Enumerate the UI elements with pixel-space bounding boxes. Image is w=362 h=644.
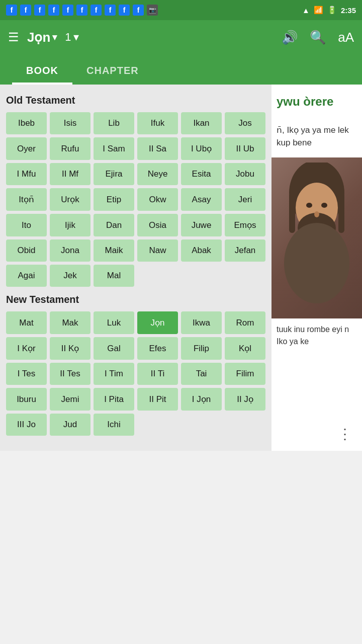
book-btn-etip[interactable]: Etip — [94, 188, 134, 211]
chapter-number: 1 — [65, 31, 71, 44]
new-testament-title: New Testament — [6, 294, 265, 305]
book-btn-agai[interactable]: Agai — [6, 265, 47, 287]
book-btn-ikor[interactable]: I Kọr — [6, 337, 47, 360]
bible-paragraph-1: n̄, Ikọ ya ya me lek kup bene — [277, 125, 349, 148]
book-btn-ijon[interactable]: I Jọn — [181, 388, 222, 411]
volume-icon[interactable]: 🔊 — [282, 30, 298, 45]
book-btn-naw[interactable]: Naw — [137, 239, 178, 262]
book-btn-ikan[interactable]: Ikan — [181, 112, 222, 134]
menu-icon[interactable]: ☰ — [8, 30, 19, 44]
book-btn-rufu[interactable]: Rufu — [50, 137, 90, 160]
book-btn-asay[interactable]: Asay — [181, 188, 222, 211]
wifi-icon: ▲ — [302, 6, 310, 15]
book-btn-filip[interactable]: Filip — [181, 337, 222, 360]
signal-icon: 📶 — [314, 6, 323, 15]
book-btn-lib[interactable]: Lib — [94, 112, 134, 134]
book-btn-ifuk[interactable]: Ifuk — [137, 112, 178, 134]
book-title: Jọn — [27, 30, 50, 45]
facebook-icon-5: f — [62, 5, 73, 16]
book-btn-emos[interactable]: Emọs — [225, 214, 265, 236]
facebook-icon-3: f — [34, 5, 45, 16]
svg-rect-9 — [338, 193, 344, 233]
book-btn-jek[interactable]: Jek — [50, 265, 90, 287]
clock: 2:35 — [341, 6, 356, 15]
book-btn-gal[interactable]: Gal — [94, 337, 134, 360]
more-options-icon: ⋮ — [338, 426, 352, 442]
bible-image — [272, 157, 362, 318]
svg-point-4 — [284, 223, 349, 303]
facebook-icon-4: f — [48, 5, 59, 16]
book-btn-ites[interactable]: I Tes — [6, 363, 47, 385]
book-btn-jona[interactable]: Jona — [50, 239, 90, 262]
status-bar-left: f f f f f f f f f f 📷 — [6, 5, 158, 16]
book-btn-mak[interactable]: Mak — [50, 311, 90, 334]
book-btn-iiijo[interactable]: III Jo — [6, 414, 47, 436]
book-btn-iipit[interactable]: II Pit — [137, 388, 178, 411]
tab-bar: BOOK CHAPTER — [0, 54, 362, 85]
book-btn-esita[interactable]: Esita — [181, 163, 222, 185]
facebook-icon-9: f — [119, 5, 130, 16]
facebook-icon-6: f — [76, 5, 87, 16]
book-btn-isam[interactable]: I Sam — [94, 137, 134, 160]
book-btn-ikwa[interactable]: Ikwa — [181, 311, 222, 334]
svg-point-6 — [321, 203, 327, 208]
book-btn-ipita[interactable]: I Pita — [94, 388, 134, 411]
book-selector[interactable]: Jọn ▾ — [27, 30, 57, 45]
book-btn-dan[interactable]: Dan — [94, 214, 134, 236]
book-btn-ejira[interactable]: Ejira — [94, 163, 134, 185]
book-btn-kol[interactable]: Kọl — [225, 337, 265, 360]
book-btn-urok[interactable]: Urọk — [50, 188, 90, 211]
book-btn-filim[interactable]: Filim — [225, 363, 265, 385]
chapter-selector[interactable]: 1 ▾ — [65, 31, 78, 44]
book-btn-oyer[interactable]: Oyer — [6, 137, 47, 160]
battery-icon: 🔋 — [327, 6, 337, 15]
status-bar: f f f f f f f f f f 📷 ▲ 📶 🔋 2:35 — [0, 0, 362, 20]
book-btn-iubo[interactable]: I Ubọ — [181, 137, 222, 160]
book-btn-jemi[interactable]: Jemi — [50, 388, 90, 411]
book-btn-obid[interactable]: Obid — [6, 239, 47, 262]
font-size-icon[interactable]: aA — [338, 30, 354, 45]
book-btn-iiub[interactable]: II Ub — [225, 137, 265, 160]
book-btn-iisa[interactable]: II Sa — [137, 137, 178, 160]
book-btn-iton[interactable]: Itọn̄ — [6, 188, 47, 211]
tab-chapter[interactable]: CHAPTER — [72, 58, 153, 85]
book-btn-jefan[interactable]: Jefan — [225, 239, 265, 262]
facebook-icon-7: f — [90, 5, 102, 16]
book-btn-juwe[interactable]: Juwe — [181, 214, 222, 236]
chapter-dropdown-arrow: ▾ — [73, 31, 79, 44]
book-btn-neye[interactable]: Neye — [137, 163, 178, 185]
search-icon[interactable]: 🔍 — [310, 30, 326, 45]
book-btn-rom[interactable]: Rom — [225, 311, 265, 334]
book-btn-iimf[interactable]: II Mf — [50, 163, 90, 185]
book-btn-mal[interactable]: Mal — [94, 265, 134, 287]
book-btn-osia[interactable]: Osia — [137, 214, 178, 236]
tab-book[interactable]: BOOK — [12, 58, 72, 85]
book-btn-abak[interactable]: Abak — [181, 239, 222, 262]
book-btn-iites[interactable]: II Tes — [50, 363, 90, 385]
book-btn-luk[interactable]: Luk — [94, 311, 134, 334]
book-btn-tai[interactable]: Tai — [181, 363, 222, 385]
facebook-icon-8: f — [105, 5, 116, 16]
book-btn-iburu[interactable]: Iburu — [6, 388, 47, 411]
book-btn-ibeb[interactable]: Ibeb — [6, 112, 47, 134]
book-btn-jos[interactable]: Jos — [225, 112, 265, 134]
book-btn-maik[interactable]: Maik — [94, 239, 134, 262]
book-btn-iijo[interactable]: II Jọ — [225, 388, 265, 411]
book-btn-ijik[interactable]: Ijik — [50, 214, 90, 236]
book-btn-itim[interactable]: I Tim — [94, 363, 134, 385]
book-btn-jobu[interactable]: Jobu — [225, 163, 265, 185]
book-btn-imfu[interactable]: I Mfu — [6, 163, 47, 185]
book-btn-mat[interactable]: Mat — [6, 311, 47, 334]
book-btn-ito[interactable]: Ito — [6, 214, 47, 236]
book-btn-isis[interactable]: Isis — [50, 112, 90, 134]
more-options-button[interactable]: ⋮ — [334, 423, 356, 445]
book-btn-jud[interactable]: Jud — [50, 414, 90, 436]
book-btn-iiko[interactable]: II Kọ — [50, 337, 90, 360]
book-btn-jon[interactable]: Jọn — [137, 311, 178, 334]
book-btn-okw[interactable]: Okw — [137, 188, 178, 211]
book-btn-jeri[interactable]: Jeri — [225, 188, 265, 211]
book-btn-iiti[interactable]: II Ti — [137, 363, 178, 385]
bible-paragraph-2: tuuk inu rombe eyi n Iko ya ke — [277, 325, 349, 346]
book-btn-ichi[interactable]: Ichi — [94, 414, 134, 436]
book-btn-efes[interactable]: Efes — [137, 337, 178, 360]
